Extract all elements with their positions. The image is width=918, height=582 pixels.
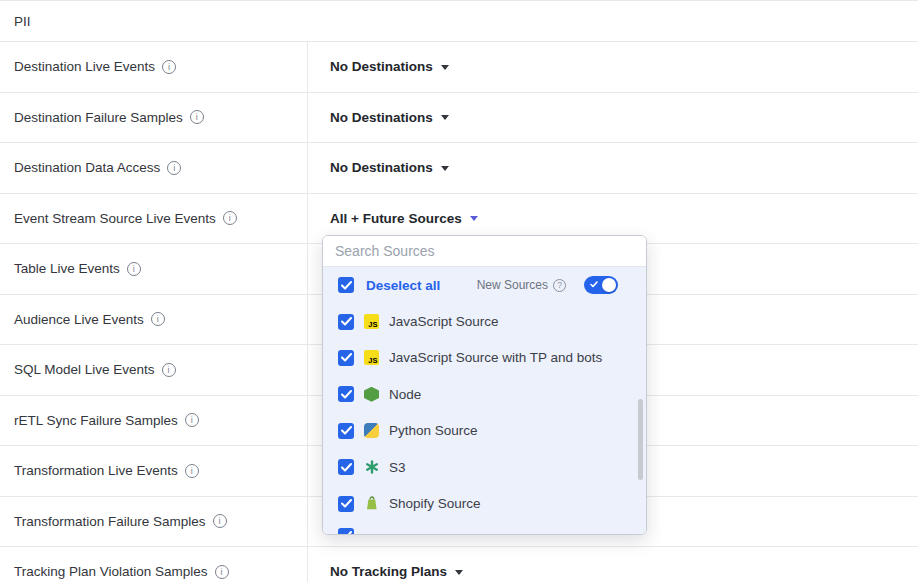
node-icon — [364, 387, 379, 402]
row-tracking-plan-violation-samples: Tracking Plan Violation Samples i No Tra… — [0, 547, 918, 582]
source-name: JavaScript Source — [389, 314, 499, 329]
list-item-shopify-source[interactable]: Shopify Source — [323, 485, 646, 521]
list-item-python-source[interactable]: Python Source — [323, 413, 646, 449]
row-label: Destination Live Events — [14, 59, 155, 74]
shopify-icon — [364, 496, 379, 511]
info-icon[interactable]: i — [162, 363, 176, 377]
info-icon[interactable]: i — [167, 161, 181, 175]
search-bar — [323, 236, 646, 267]
tracking-plans-select[interactable]: No Tracking Plans — [330, 564, 463, 579]
checkbox-checked[interactable] — [338, 459, 354, 475]
info-icon[interactable]: i — [185, 464, 199, 478]
chevron-down-icon — [441, 166, 449, 171]
check-icon — [341, 463, 352, 472]
checkbox-checked[interactable] — [338, 386, 354, 402]
search-sources-input[interactable] — [335, 243, 634, 259]
javascript-icon: JS — [364, 314, 379, 329]
info-icon[interactable]: i — [127, 262, 141, 276]
check-icon — [341, 426, 352, 435]
source-name: Python Source — [389, 423, 478, 438]
info-icon[interactable]: i — [151, 312, 165, 326]
info-icon[interactable]: i — [223, 211, 237, 225]
event-stream-sources-select[interactable]: All + Future Sources — [330, 211, 478, 226]
checkbox-checked[interactable] — [338, 350, 354, 366]
source-name: JavaScript Source with TP and bots — [389, 350, 602, 365]
source-name: Shopify Source — [389, 496, 481, 511]
row-label: Tracking Plan Violation Samples — [14, 564, 208, 579]
scrollbar-thumb[interactable] — [638, 399, 643, 480]
list-item-node[interactable]: Node — [323, 376, 646, 412]
row-destination-failure-samples: Destination Failure Samples i No Destina… — [0, 93, 918, 144]
chevron-down-icon — [441, 65, 449, 70]
selected-value: All + Future Sources — [330, 211, 462, 226]
row-destination-live-events: Destination Live Events i No Destination… — [0, 42, 918, 93]
info-icon[interactable]: i — [185, 413, 199, 427]
row-label: Destination Failure Samples — [14, 110, 183, 125]
info-icon[interactable]: i — [190, 110, 204, 124]
check-icon — [341, 390, 352, 399]
selected-value: No Destinations — [330, 160, 433, 175]
row-label: Destination Data Access — [14, 160, 160, 175]
source-name: S3 — [389, 460, 406, 475]
row-label: Event Stream Source Live Events — [14, 211, 216, 226]
deselect-all-button[interactable]: Deselect all — [366, 278, 440, 293]
selected-value: No Destinations — [330, 110, 433, 125]
info-icon[interactable]: i — [162, 60, 176, 74]
chevron-down-icon — [470, 216, 478, 221]
sources-list: Deselect all New Sources ? JS JavaScript… — [323, 267, 646, 534]
destination-failure-samples-select[interactable]: No Destinations — [330, 110, 449, 125]
help-icon[interactable]: ? — [553, 279, 566, 292]
list-item-javascript-source[interactable]: JS JavaScript Source — [323, 303, 646, 339]
row-label: rETL Sync Failure Samples — [14, 413, 178, 428]
info-icon[interactable]: i — [215, 565, 229, 579]
row-label: Table Live Events — [14, 261, 120, 276]
check-icon — [341, 353, 352, 362]
new-sources-toggle[interactable] — [584, 276, 618, 294]
chevron-down-icon — [455, 570, 463, 575]
destination-live-events-select[interactable]: No Destinations — [330, 59, 449, 74]
row-label: Audience Live Events — [14, 312, 144, 327]
source-name: Node — [389, 387, 421, 402]
row-label: Transformation Failure Samples — [14, 514, 206, 529]
toggle-knob — [602, 278, 616, 292]
new-sources-label: New Sources — [477, 278, 548, 292]
info-icon[interactable]: i — [213, 514, 227, 528]
check-icon — [341, 281, 352, 290]
destination-data-access-select[interactable]: No Destinations — [330, 160, 449, 175]
list-item-s3[interactable]: S3 — [323, 449, 646, 485]
row-destination-data-access: Destination Data Access i No Destination… — [0, 143, 918, 194]
list-item-javascript-source-tp-bots[interactable]: JS JavaScript Source with TP and bots — [323, 340, 646, 376]
selected-value: No Tracking Plans — [330, 564, 447, 579]
select-all-checkbox[interactable] — [338, 277, 354, 293]
row-label: Transformation Live Events — [14, 463, 178, 478]
chevron-down-icon — [441, 115, 449, 120]
sources-dropdown-panel: Deselect all New Sources ? JS JavaScript… — [322, 235, 647, 535]
list-item-partial[interactable] — [323, 522, 646, 534]
check-icon — [341, 317, 352, 326]
s3-icon — [364, 460, 379, 475]
checkbox-checked[interactable] — [338, 496, 354, 512]
check-icon — [341, 531, 352, 534]
checkbox-checked[interactable] — [338, 314, 354, 330]
check-icon — [341, 499, 352, 508]
javascript-icon: JS — [364, 350, 379, 365]
checkbox-checked[interactable] — [338, 423, 354, 439]
checkbox-checked[interactable] — [338, 528, 354, 534]
row-label: SQL Model Live Events — [14, 362, 155, 377]
selected-value: No Destinations — [330, 59, 433, 74]
check-icon — [590, 281, 598, 288]
section-title: PII — [0, 1, 918, 42]
deselect-all-row: Deselect all New Sources ? — [323, 267, 646, 303]
python-icon — [364, 423, 379, 438]
